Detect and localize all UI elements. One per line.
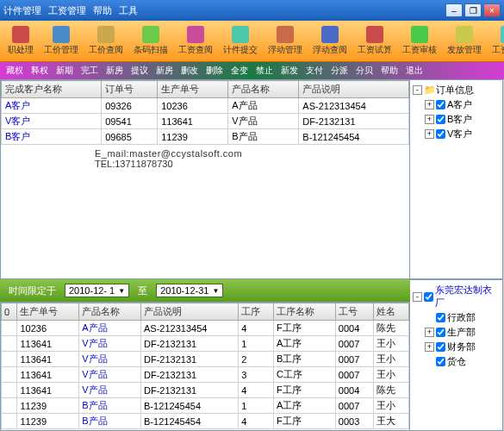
action-item[interactable]: 禁止: [253, 64, 276, 78]
tree-checkbox[interactable]: [436, 342, 445, 352]
maximize-button[interactable]: ❐: [464, 3, 482, 17]
toolbar-button[interactable]: 发放管理: [443, 24, 486, 58]
toolbar-button[interactable]: 工资查询: [488, 24, 504, 58]
expand-icon[interactable]: +: [425, 328, 434, 337]
cell: 0007: [335, 336, 373, 352]
tree-item[interactable]: +V客户: [425, 127, 500, 141]
action-item[interactable]: 帮助: [378, 64, 401, 78]
orders-table[interactable]: 完成客户名称订单号生产单号产品名称产品说明A客户0932610236A产品AS-…: [1, 80, 409, 145]
column-header[interactable]: 产品名称: [79, 303, 141, 321]
toolbar-button[interactable]: 浮动管理: [264, 24, 307, 58]
menu-item[interactable]: 工具: [119, 4, 138, 17]
tree-label: 货仓: [447, 355, 466, 368]
tree-item[interactable]: +生产部: [425, 325, 500, 340]
cell: 陈先: [374, 383, 409, 398]
toolbar-button[interactable]: 职处理: [3, 24, 38, 58]
collapse-icon[interactable]: -: [413, 85, 422, 95]
table-row[interactable]: 113641V产品DF-21321313C工序0007王小: [2, 367, 409, 383]
tree-checkbox[interactable]: [424, 292, 433, 302]
column-header[interactable]: 产品说明: [141, 303, 239, 321]
table-row[interactable]: 11239B产品B-1212454541A工序0007王小: [2, 398, 409, 414]
toolbar-button[interactable]: 工价查阅: [84, 24, 128, 58]
toolbar-button[interactable]: 条码扫描: [129, 24, 172, 58]
action-item[interactable]: 新期: [53, 64, 76, 78]
column-header[interactable]: 生产单号: [158, 81, 228, 98]
menu-bar: 计件管理 工资管理 帮助 工具: [3, 4, 138, 17]
column-header[interactable]: 订单号: [102, 81, 158, 98]
cell: A工序: [274, 398, 336, 414]
toolbar-button[interactable]: 工资审核: [398, 24, 441, 58]
column-header[interactable]: 工序: [239, 303, 274, 321]
column-header[interactable]: 生产单号: [17, 303, 79, 321]
column-header[interactable]: 产品名称: [228, 81, 299, 98]
action-item[interactable]: 提议: [128, 64, 151, 78]
table-row[interactable]: B客户0968511239B产品B-121245454: [2, 129, 409, 145]
tree-item[interactable]: 行政部: [425, 310, 500, 325]
column-header[interactable]: 工号: [335, 303, 373, 321]
table-row[interactable]: A客户0932610236A产品AS-212313454: [2, 98, 409, 114]
tree-label: A客户: [447, 98, 472, 111]
menu-item[interactable]: 帮助: [93, 4, 112, 17]
toolbar-button[interactable]: 计件提交: [219, 24, 262, 58]
table-row[interactable]: 113641V产品DF-21321314F工序0004陈先: [2, 383, 409, 398]
date-from-input[interactable]: 2010-12- 1▼: [65, 284, 129, 297]
expand-icon[interactable]: +: [425, 100, 434, 109]
tree-root[interactable]: - 东莞宏达制衣厂: [413, 283, 500, 310]
tree-checkbox[interactable]: [436, 100, 445, 109]
close-button[interactable]: ×: [483, 3, 501, 17]
table-row[interactable]: 11239B产品B-1212454544F工序0003王大: [2, 414, 409, 429]
action-item[interactable]: 新房: [103, 64, 126, 78]
table-row[interactable]: V客户09541113641V产品DF-2132131: [2, 114, 409, 129]
action-item[interactable]: 分贝: [353, 64, 376, 78]
tree-checkbox[interactable]: [436, 129, 445, 139]
column-header[interactable]: 工序名称: [274, 303, 336, 321]
cell: 11239: [158, 129, 228, 145]
menu-item[interactable]: 计件管理: [3, 4, 41, 17]
toolbar-label: 浮动查阅: [313, 44, 347, 56]
action-item[interactable]: 全变: [228, 64, 251, 78]
tree-item[interactable]: +B客户: [425, 112, 500, 127]
date-to-input[interactable]: 2010-12-31▼: [156, 284, 223, 297]
cell: AS-212313454: [299, 98, 409, 114]
toolbar-button[interactable]: 工资试算: [353, 24, 396, 58]
production-table[interactable]: 0生产单号产品名称产品说明工序工序名称工号姓名10236A产品AS-212313…: [1, 303, 409, 429]
toolbar-icon: [321, 26, 339, 43]
column-header[interactable]: 完成客户名称: [2, 81, 102, 98]
tree-checkbox[interactable]: [436, 115, 445, 124]
toolbar-button[interactable]: 工资查阅: [174, 24, 217, 58]
action-item[interactable]: 释权: [28, 64, 51, 78]
collapse-icon[interactable]: -: [413, 292, 422, 302]
action-item[interactable]: 藏权: [3, 64, 26, 78]
cell: 09541: [102, 114, 158, 129]
action-item[interactable]: 删改: [178, 64, 201, 78]
action-item[interactable]: 分派: [328, 64, 351, 78]
action-item[interactable]: 新发: [278, 64, 301, 78]
action-item[interactable]: 新房: [153, 64, 176, 78]
cell: 11239: [17, 398, 79, 414]
minimize-button[interactable]: –: [445, 3, 463, 17]
table-row[interactable]: 113641V产品DF-21321311A工序0007王小: [2, 336, 409, 352]
expand-icon[interactable]: +: [425, 129, 434, 139]
expand-icon[interactable]: +: [425, 342, 434, 352]
tree-root[interactable]: - 📁 订单信息: [413, 83, 500, 97]
action-item[interactable]: 完工: [78, 64, 101, 78]
toolbar-button[interactable]: 浮动查阅: [308, 24, 352, 58]
action-item[interactable]: 支付: [303, 64, 326, 78]
tree-item[interactable]: 货仓: [425, 354, 500, 369]
tree-checkbox[interactable]: [436, 357, 445, 366]
table-row[interactable]: 113641V产品DF-21321312B工序0007王小: [2, 352, 409, 367]
tree-item[interactable]: +财务部: [425, 340, 500, 354]
tree-checkbox[interactable]: [436, 328, 445, 337]
expand-icon[interactable]: +: [425, 115, 434, 124]
toolbar-button[interactable]: 工价管理: [40, 24, 83, 58]
column-header[interactable]: 产品说明: [299, 81, 409, 98]
tree-label: B客户: [447, 113, 472, 126]
tree-checkbox[interactable]: [436, 313, 445, 322]
action-item[interactable]: 删除: [203, 64, 226, 78]
column-header[interactable]: 0: [2, 303, 17, 321]
menu-item[interactable]: 工资管理: [48, 4, 86, 17]
tree-item[interactable]: +A客户: [425, 97, 500, 112]
column-header[interactable]: 姓名: [374, 303, 409, 321]
table-row[interactable]: 10236A产品AS-2123134544F工序0004陈先: [2, 321, 409, 336]
action-item[interactable]: 退出: [403, 64, 426, 78]
